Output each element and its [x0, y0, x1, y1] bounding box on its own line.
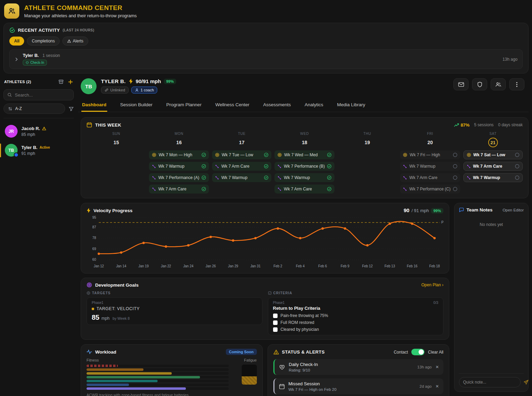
empty-circle-icon[interactable]	[453, 152, 458, 157]
day-column-sat: SAT21Wk 7 Sat — LowWk 7 Arm CareWk 7 War…	[463, 132, 523, 194]
checkin-badge: Check-In	[23, 60, 47, 66]
shield-button[interactable]	[472, 78, 487, 90]
svg-text:Feb 18: Feb 18	[429, 264, 440, 268]
target-icon	[215, 152, 220, 157]
dumbbell-icon	[152, 176, 156, 180]
checkbox-unchecked[interactable]	[273, 320, 278, 325]
message-button[interactable]	[453, 78, 469, 90]
session-chip[interactable]: Wk 7 Arm Care	[274, 185, 334, 194]
empty-circle-icon[interactable]	[515, 164, 520, 169]
check-circle-icon[interactable]	[201, 152, 206, 157]
send-icon[interactable]	[523, 379, 529, 385]
session-chip[interactable]: Wk 7 Wed — Med	[274, 150, 334, 159]
activity-athlete-name: Tyler B.	[23, 53, 39, 58]
criteria-item[interactable]: Cleared by physician	[273, 327, 439, 332]
session-chip[interactable]: Wk 7 Sat — Low	[463, 150, 523, 159]
active-status: Active	[40, 146, 50, 149]
close-icon[interactable]: ✕	[435, 384, 439, 389]
target-card: Phase1 TARGET: VELOCITY 85 mph by Week 8	[87, 297, 262, 325]
filter-pill-completions[interactable]: Completions	[27, 37, 60, 46]
filter-pill-alerts[interactable]: Alerts	[62, 37, 88, 46]
team-notes-title: Team Notes	[466, 207, 493, 212]
empty-circle-icon[interactable]	[453, 187, 458, 191]
notes-empty-state: No notes yet	[459, 222, 524, 227]
session-count: 5 sessions	[474, 122, 494, 127]
alert-subtitle: Rating: 9/10	[289, 368, 318, 372]
svg-text:Jan 24: Jan 24	[183, 264, 193, 268]
open-plan-link[interactable]: Open Plan ›	[421, 283, 443, 287]
filter-funnel-icon[interactable]	[69, 106, 74, 111]
empty-circle-icon[interactable]	[453, 175, 458, 180]
target-value: 85	[92, 314, 99, 321]
search-input[interactable]	[15, 92, 70, 98]
today-ring: 21	[488, 138, 498, 147]
athlete-list-item[interactable]: JRJacob R.85 mph	[3, 122, 74, 141]
activity-filter-pills: AllCompletionsAlerts	[9, 37, 523, 46]
session-chip[interactable]: Wk 7 Warmup	[463, 173, 523, 182]
goals-title: Development Goals	[95, 283, 139, 288]
filter-pill-all[interactable]: All	[9, 37, 24, 46]
dumbbell-icon	[152, 187, 156, 191]
session-chip[interactable]: Wk 7 Warmup	[212, 173, 271, 182]
check-circle-icon[interactable]	[264, 175, 269, 180]
velocity-chart-card: Velocity Progress 90 / 91 mph 99% 958778…	[81, 203, 449, 274]
empty-circle-icon[interactable]	[453, 164, 458, 169]
sort-select[interactable]: A-Z	[3, 103, 65, 114]
add-athlete-button[interactable]	[68, 79, 73, 85]
check-circle-icon[interactable]	[201, 164, 206, 169]
chevron-right-icon[interactable]	[14, 57, 19, 61]
quick-note-input[interactable]	[459, 377, 521, 387]
check-circle-icon[interactable]	[327, 152, 332, 157]
session-chip[interactable]: Wk 7 Performance (B)	[274, 162, 334, 171]
check-circle-icon[interactable]	[264, 164, 269, 169]
session-chip[interactable]: Wk 7 Warmup	[400, 162, 460, 171]
tab-session-builder[interactable]: Session Builder	[120, 99, 153, 112]
activity-row[interactable]: Tyler B. 1 session Check-In 13h ago	[9, 49, 523, 69]
criteria-item[interactable]: Pain-free throwing at 75%	[273, 313, 439, 318]
tab-program-planner[interactable]: Program Planner	[165, 99, 202, 112]
checkbox-unchecked[interactable]	[273, 327, 278, 332]
check-circle-icon[interactable]	[264, 152, 269, 157]
close-icon[interactable]: ✕	[435, 365, 439, 369]
athlete-search[interactable]	[3, 89, 74, 100]
check-circle-icon[interactable]	[327, 187, 332, 191]
contact-toggle[interactable]	[411, 349, 424, 355]
session-chip[interactable]: Wk 7 Warmup	[149, 162, 209, 171]
svg-text:Feb 12: Feb 12	[362, 264, 373, 268]
coming-soon-badge: Coming Soon	[226, 349, 257, 355]
session-chip[interactable]: Wk 7 Arm Care	[212, 162, 271, 171]
session-chip[interactable]: Wk 7 Performance (A)	[149, 173, 209, 182]
session-chip[interactable]: Wk 7 Arm Care	[400, 173, 460, 182]
heart-icon	[279, 364, 285, 370]
clear-all-button[interactable]: Clear All	[428, 350, 443, 355]
check-circle-icon[interactable]	[327, 164, 332, 169]
session-chip[interactable]: Wk 7 Arm Care	[149, 185, 209, 194]
empty-circle-icon[interactable]	[515, 175, 520, 180]
check-circle-icon[interactable]	[201, 175, 206, 180]
alert-item[interactable]: Daily Check-InRating: 9/1013h ago✕	[273, 359, 444, 375]
session-chip[interactable]: Wk 7 Fri — High	[400, 150, 460, 159]
empty-circle-icon[interactable]	[515, 152, 520, 157]
dumbbell-icon	[403, 164, 407, 169]
session-chip[interactable]: Wk 7 Mon — High	[149, 150, 209, 159]
session-chip[interactable]: Wk 7 Arm Care	[463, 162, 523, 171]
tab-media-library[interactable]: Media Library	[337, 99, 366, 112]
athlete-list-item[interactable]: TBTyler B.Active91 mph	[3, 141, 74, 160]
open-editor-link[interactable]: Open Editor	[503, 208, 524, 212]
checkbox-unchecked[interactable]	[273, 314, 278, 318]
session-chip[interactable]: Wk 7 Performance (C)	[400, 185, 460, 194]
check-circle-icon[interactable]	[327, 175, 332, 180]
archive-icon[interactable]	[58, 79, 64, 85]
check-circle-icon[interactable]	[201, 187, 206, 191]
tab-analytics[interactable]: Analytics	[304, 99, 324, 112]
tab-dashboard[interactable]: Dashboard	[81, 99, 107, 112]
team-button[interactable]	[491, 78, 506, 90]
tab-assessments[interactable]: Assessments	[262, 99, 291, 112]
more-menu-button[interactable]	[509, 78, 524, 90]
criteria-item[interactable]: Full ROM restored	[273, 320, 439, 325]
session-chip[interactable]: Wk 7 Tue — Low	[212, 150, 271, 159]
tab-wellness-center[interactable]: Wellness Center	[214, 99, 250, 112]
session-chip[interactable]: Wk 7 Warmup	[274, 173, 334, 182]
alert-item[interactable]: Missed SessionWk 7 Fri — High on Feb 202…	[273, 378, 444, 394]
shield-icon	[477, 82, 482, 87]
